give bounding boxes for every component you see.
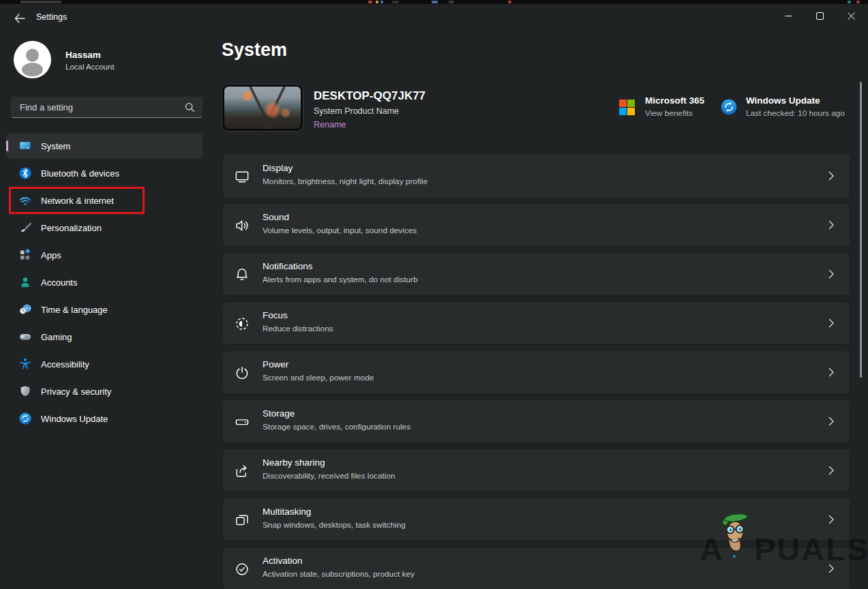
microsoft-365-promo[interactable]: Microsoft 365 View benefits xyxy=(619,95,704,118)
sidebar-item-system[interactable]: System xyxy=(6,134,203,158)
user-account-button[interactable]: Hassam Local Account xyxy=(11,40,209,80)
gamepad-icon xyxy=(18,330,32,344)
chevron-right-icon xyxy=(825,170,837,182)
row-title: Nearby sharing xyxy=(263,457,325,468)
sidebar-item-label: Network & internet xyxy=(41,196,114,206)
settings-row-notifications[interactable]: Notifications Alerts from apps and syste… xyxy=(222,252,850,296)
minimize-icon xyxy=(785,12,792,20)
minimize-button[interactable] xyxy=(773,4,804,27)
row-title: Sound xyxy=(263,212,289,222)
paintbrush-icon xyxy=(18,221,32,235)
search-box xyxy=(11,97,203,118)
apps-icon xyxy=(18,248,32,262)
scrollbar-thumb[interactable] xyxy=(860,82,862,378)
row-title: Notifications xyxy=(263,261,313,271)
sidebar-item-privacy-security[interactable]: Privacy & security xyxy=(6,379,203,404)
display-icon xyxy=(18,139,32,153)
person-icon xyxy=(18,275,32,289)
power-icon xyxy=(234,365,250,381)
titlebar: Settings xyxy=(0,4,868,34)
shield-icon xyxy=(18,384,32,398)
background-window-sliver xyxy=(0,0,868,4)
share-icon xyxy=(234,463,250,479)
sidebar-item-windows-update[interactable]: Windows Update xyxy=(6,406,203,431)
row-title: Activation xyxy=(263,556,303,566)
back-button[interactable] xyxy=(10,10,30,27)
rename-link[interactable]: Rename xyxy=(314,120,346,130)
search-icon xyxy=(185,102,195,112)
sidebar-item-apps[interactable]: Apps xyxy=(6,243,203,267)
close-icon xyxy=(848,12,855,20)
sidebar-item-time-language[interactable]: Time & language xyxy=(6,297,203,322)
sidebar-item-label: Bluetooth & devices xyxy=(41,168,119,179)
row-subtitle: Discoverability, received files location xyxy=(263,471,395,481)
windows-update-icon xyxy=(720,98,738,116)
sidebar-item-gaming[interactable]: Gaming xyxy=(6,324,203,349)
device-name: DESKTOP-QQ7JK77 xyxy=(314,89,425,103)
row-title: Display xyxy=(263,163,293,173)
page-title: System xyxy=(222,40,287,61)
promo-title: Windows Update xyxy=(746,95,845,106)
row-subtitle: Monitors, brightness, night light, displ… xyxy=(263,177,428,186)
search-input[interactable] xyxy=(20,97,177,117)
wifi-icon xyxy=(18,194,32,207)
row-subtitle: Screen and sleep, power mode xyxy=(263,373,374,382)
settings-row-sound[interactable]: Sound Volume levels, output, input, soun… xyxy=(222,203,850,247)
sidebar-item-label: Personalization xyxy=(41,223,102,233)
window-title: Settings xyxy=(36,12,67,22)
avatar xyxy=(14,41,51,78)
row-title: Storage xyxy=(263,408,295,419)
chevron-right-icon xyxy=(825,268,837,280)
bluetooth-icon xyxy=(18,166,32,180)
focus-icon xyxy=(234,316,250,332)
settings-row-multitasking[interactable]: Multitasking Snap windows, desktops, tas… xyxy=(222,498,850,541)
settings-row-power[interactable]: Power Screen and sleep, power mode xyxy=(222,350,850,394)
bell-icon xyxy=(234,267,250,283)
settings-row-focus[interactable]: Focus Reduce distractions xyxy=(222,301,850,345)
user-name: Hassam xyxy=(65,50,101,60)
chevron-right-icon xyxy=(825,464,837,477)
promo-subtitle: View benefits xyxy=(645,108,704,118)
selected-indicator-pill xyxy=(6,140,8,151)
close-button[interactable] xyxy=(835,4,867,27)
promo-subtitle: Last checked: 10 hours ago xyxy=(746,108,845,118)
sidebar-item-label: Accessibility xyxy=(41,359,89,369)
sidebar-item-label: Privacy & security xyxy=(41,387,111,397)
windows-update-promo[interactable]: Windows Update Last checked: 10 hours ag… xyxy=(720,95,845,118)
sidebar-item-label: Windows Update xyxy=(41,414,108,424)
storage-icon xyxy=(234,414,250,430)
clock-globe-icon xyxy=(18,303,32,316)
accessibility-icon xyxy=(18,357,32,371)
chevron-right-icon xyxy=(825,562,837,575)
row-title: Focus xyxy=(263,310,288,320)
maximize-button[interactable] xyxy=(804,4,835,27)
maximize-icon xyxy=(816,12,824,20)
sidebar-item-bluetooth-devices[interactable]: Bluetooth & devices xyxy=(6,161,203,185)
row-subtitle: Activation state, subscriptions, product… xyxy=(263,569,415,579)
chevron-right-icon xyxy=(825,317,837,329)
chevron-right-icon xyxy=(825,513,837,526)
chevron-right-icon xyxy=(825,366,837,378)
settings-row-activation[interactable]: Activation Activation state, subscriptio… xyxy=(222,547,850,589)
settings-row-storage[interactable]: Storage Storage space, drives, configura… xyxy=(222,399,850,443)
back-arrow-icon xyxy=(14,14,25,23)
row-subtitle: Storage space, drives, configuration rul… xyxy=(263,422,410,432)
row-subtitle: Snap windows, desktops, task switching xyxy=(263,520,406,530)
sidebar-item-accounts[interactable]: Accounts xyxy=(6,270,203,294)
settings-window: Settings Hassam Local Account xyxy=(0,0,868,589)
sidebar-item-network-internet[interactable]: Network & internet xyxy=(6,188,203,213)
sidebar-item-personalization[interactable]: Personalization xyxy=(6,215,203,240)
promo-title: Microsoft 365 xyxy=(645,95,704,106)
sidebar-item-label: Gaming xyxy=(41,332,72,342)
settings-row-nearby-sharing[interactable]: Nearby sharing Discoverability, received… xyxy=(222,449,850,492)
row-title: Multitasking xyxy=(263,507,311,517)
sidebar-item-accessibility[interactable]: Accessibility xyxy=(6,352,203,376)
settings-row-display[interactable]: Display Monitors, brightness, night ligh… xyxy=(222,154,850,198)
sidebar-item-label: System xyxy=(41,141,70,151)
user-account-type: Local Account xyxy=(65,63,115,71)
device-product-name: System Product Name xyxy=(314,106,399,116)
chevron-right-icon xyxy=(825,219,837,231)
update-icon xyxy=(18,412,32,425)
display-icon xyxy=(234,168,250,185)
row-subtitle: Reduce distractions xyxy=(263,324,333,333)
